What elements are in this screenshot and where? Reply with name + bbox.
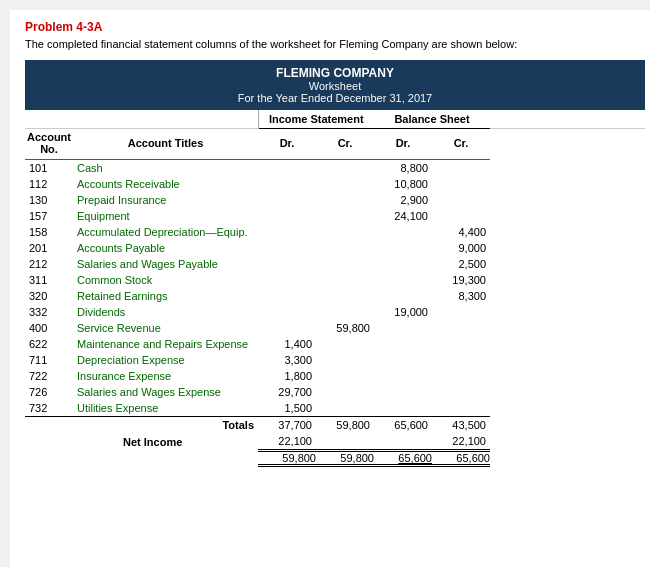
row-is-cr bbox=[316, 160, 374, 177]
sub-header-row: AccountNo. Account Titles Dr. Cr. Dr. Cr… bbox=[25, 129, 645, 160]
income-stmt-header: Income Statement bbox=[258, 110, 374, 129]
row-acct-title: Insurance Expense bbox=[73, 368, 258, 384]
is-dr-header: Dr. bbox=[258, 129, 316, 160]
page: Problem 4-3A The completed financial sta… bbox=[10, 10, 650, 567]
extra-spacer bbox=[490, 110, 645, 129]
row-bs-dr: 24,100 bbox=[374, 208, 432, 224]
row-is-dr bbox=[258, 160, 316, 177]
row-is-dr: 3,300 bbox=[258, 352, 316, 368]
acct-spacer bbox=[25, 110, 258, 129]
row-acct-no: 711 bbox=[25, 352, 73, 368]
row-acct-title: Cash bbox=[73, 160, 258, 177]
row-acct-no: 622 bbox=[25, 336, 73, 352]
bs-dr-header: Dr. bbox=[374, 129, 432, 160]
balance-sheet-header: Balance Sheet bbox=[374, 110, 490, 129]
row-is-cr bbox=[316, 304, 374, 320]
row-is-dr bbox=[258, 304, 316, 320]
row-acct-no: 732 bbox=[25, 400, 73, 417]
table-row: 157 Equipment 24,100 bbox=[25, 208, 645, 224]
bs-cr-header: Cr. bbox=[432, 129, 490, 160]
table-row: 212 Salaries and Wages Payable 2,500 bbox=[25, 256, 645, 272]
totals-is-cr: 59,800 bbox=[316, 417, 374, 434]
table-row: 130 Prepaid Insurance 2,900 bbox=[25, 192, 645, 208]
row-acct-no: 130 bbox=[25, 192, 73, 208]
row-bs-cr bbox=[432, 160, 490, 177]
row-bs-dr: 10,800 bbox=[374, 176, 432, 192]
row-acct-title: Accounts Receivable bbox=[73, 176, 258, 192]
ni-acct-no bbox=[25, 433, 73, 451]
row-bs-dr bbox=[374, 400, 432, 417]
row-is-cr bbox=[316, 288, 374, 304]
totals-is-dr: 37,700 bbox=[258, 417, 316, 434]
is-cr-header: Cr. bbox=[316, 129, 374, 160]
final-is-cr: 59,800 bbox=[316, 451, 374, 466]
table-row: 201 Accounts Payable 9,000 bbox=[25, 240, 645, 256]
row-bs-dr bbox=[374, 288, 432, 304]
row-bs-cr: 19,300 bbox=[432, 272, 490, 288]
row-is-cr bbox=[316, 176, 374, 192]
row-acct-title: Prepaid Insurance bbox=[73, 192, 258, 208]
row-is-cr bbox=[316, 336, 374, 352]
table-row: 722 Insurance Expense 1,800 bbox=[25, 368, 645, 384]
table-row: 622 Maintenance and Repairs Expense 1,40… bbox=[25, 336, 645, 352]
company-header-row: FLEMING COMPANY Worksheet For the Year E… bbox=[25, 60, 645, 110]
final-row: 59,800 59,800 65,600 65,600 bbox=[25, 451, 645, 466]
row-acct-title: Equipment bbox=[73, 208, 258, 224]
row-acct-no: 212 bbox=[25, 256, 73, 272]
table-row: 711 Depreciation Expense 3,300 bbox=[25, 352, 645, 368]
row-is-cr bbox=[316, 352, 374, 368]
row-bs-cr bbox=[432, 176, 490, 192]
row-acct-title: Accounts Payable bbox=[73, 240, 258, 256]
row-acct-title: Depreciation Expense bbox=[73, 352, 258, 368]
row-bs-dr bbox=[374, 352, 432, 368]
row-acct-no: 201 bbox=[25, 240, 73, 256]
row-bs-cr bbox=[432, 352, 490, 368]
row-bs-dr: 19,000 bbox=[374, 304, 432, 320]
row-is-cr bbox=[316, 208, 374, 224]
final-acct-no bbox=[25, 451, 73, 466]
row-bs-dr bbox=[374, 272, 432, 288]
acct-titles-header: Account Titles bbox=[73, 129, 258, 160]
doc-title: Worksheet bbox=[29, 80, 641, 92]
totals-acct-no bbox=[25, 417, 73, 434]
row-bs-dr bbox=[374, 336, 432, 352]
row-bs-cr: 9,000 bbox=[432, 240, 490, 256]
table-row: 158 Accumulated Depreciation—Equip. 4,40… bbox=[25, 224, 645, 240]
final-spacer bbox=[73, 451, 258, 466]
row-acct-title: Service Revenue bbox=[73, 320, 258, 336]
row-is-cr bbox=[316, 192, 374, 208]
row-is-dr: 1,400 bbox=[258, 336, 316, 352]
row-bs-dr bbox=[374, 240, 432, 256]
totals-label: Totals bbox=[73, 417, 258, 434]
row-acct-title: Common Stock bbox=[73, 272, 258, 288]
totals-row: Totals 37,700 59,800 65,600 43,500 bbox=[25, 417, 645, 434]
row-acct-no: 157 bbox=[25, 208, 73, 224]
row-acct-no: 726 bbox=[25, 384, 73, 400]
table-row: 726 Salaries and Wages Expense 29,700 bbox=[25, 384, 645, 400]
row-bs-cr bbox=[432, 384, 490, 400]
row-bs-dr: 8,800 bbox=[374, 160, 432, 177]
row-bs-cr bbox=[432, 304, 490, 320]
table-row: 112 Accounts Receivable 10,800 bbox=[25, 176, 645, 192]
company-name: FLEMING COMPANY bbox=[29, 66, 641, 80]
row-is-dr bbox=[258, 208, 316, 224]
row-bs-cr: 8,300 bbox=[432, 288, 490, 304]
row-bs-dr bbox=[374, 320, 432, 336]
row-is-dr: 1,800 bbox=[258, 368, 316, 384]
worksheet-table: FLEMING COMPANY Worksheet For the Year E… bbox=[25, 60, 645, 467]
row-acct-no: 101 bbox=[25, 160, 73, 177]
row-bs-dr bbox=[374, 368, 432, 384]
ni-is-cr bbox=[316, 433, 374, 451]
row-is-dr bbox=[258, 272, 316, 288]
row-is-dr bbox=[258, 192, 316, 208]
data-rows: 101 Cash 8,800 112 Accounts Receivable 1… bbox=[25, 160, 645, 417]
row-bs-dr bbox=[374, 384, 432, 400]
row-bs-cr bbox=[432, 192, 490, 208]
problem-description: The completed financial statement column… bbox=[25, 38, 645, 50]
net-income-label: Net Income bbox=[73, 433, 258, 451]
table-row: 101 Cash 8,800 bbox=[25, 160, 645, 177]
row-is-cr bbox=[316, 240, 374, 256]
row-is-cr bbox=[316, 368, 374, 384]
row-is-cr bbox=[316, 272, 374, 288]
row-is-cr bbox=[316, 384, 374, 400]
